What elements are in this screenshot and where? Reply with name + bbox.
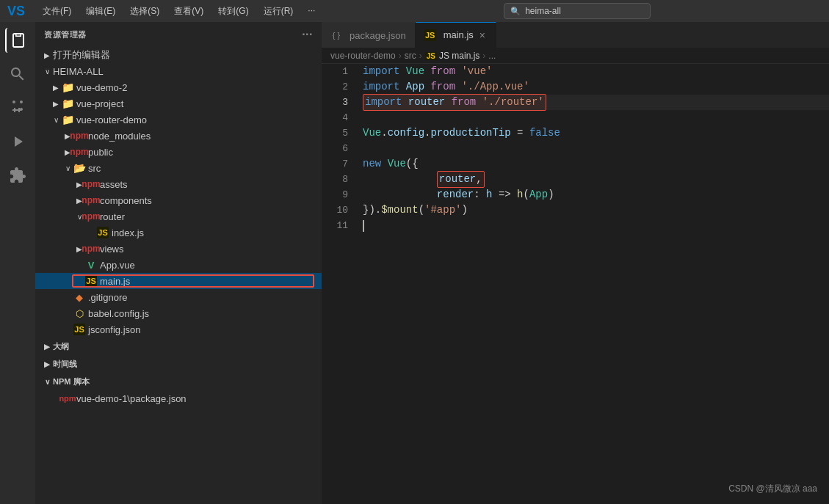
vue-router-demo-label: vue-router-demo xyxy=(76,114,147,125)
npm-folder-icon: npm xyxy=(73,130,85,142)
menu-more[interactable]: ··· xyxy=(302,4,321,19)
kw2-from-2: from xyxy=(430,79,455,95)
root-section[interactable]: ∨ HEIMA-ALL xyxy=(35,63,322,79)
src-arrow: ∨ xyxy=(62,162,73,174)
code-line-2: import App from './App.vue' xyxy=(363,79,829,95)
tree-item-babel[interactable]: ▶ ⬡ babel.config.js xyxy=(35,305,322,321)
kw2-from-3: from xyxy=(452,96,477,108)
main-js-icon: JS xyxy=(85,275,97,287)
var-router-import: router xyxy=(408,96,445,108)
line-num-6: 6 xyxy=(322,141,348,156)
activity-source-control[interactable] xyxy=(5,95,30,120)
folder-icon: 📁 xyxy=(62,81,73,93)
babel-label: babel.config.js xyxy=(88,308,149,319)
npm-item-vue-demo-1[interactable]: npm vue-demo-1\package.json xyxy=(35,390,322,406)
cls-vue: Vue xyxy=(406,64,424,79)
search-text: heima-all xyxy=(525,6,561,16)
activity-search[interactable] xyxy=(5,62,30,87)
line-num-2: 2 xyxy=(322,79,348,95)
breadcrumb-mainjs: JSJS main.js xyxy=(425,51,480,61)
code-line-1: import Vue from 'vue' xyxy=(363,64,829,79)
sidebar: 资源管理器 ··· ▶ 打开的编辑器 ∨ HEIMA-ALL ▶ 📁 vue-d… xyxy=(35,22,322,504)
code-line-6 xyxy=(363,141,829,156)
tab-json-icon: { } xyxy=(330,29,342,41)
babel-icon: ⬡ xyxy=(73,307,85,319)
str-vue: 'vue' xyxy=(461,64,492,79)
tree-item-src[interactable]: ∨ 📂 src xyxy=(35,160,322,176)
tree-item-router[interactable]: ∨ npm router xyxy=(35,208,322,224)
app-vue-label: App.vue xyxy=(100,260,135,271)
open-editors-label: 打开的编辑器 xyxy=(53,48,110,62)
menu-edit[interactable]: 编辑(E) xyxy=(80,4,121,19)
code-line-10: }).$mount('#app') xyxy=(363,202,829,218)
editor-area: { } package.json JS main.js × vue-router… xyxy=(322,22,829,504)
outline-section[interactable]: ▶ 大纲 xyxy=(35,337,322,355)
cls-vue-2: Vue xyxy=(363,125,381,141)
timeline-section[interactable]: ▶ 时间线 xyxy=(35,355,322,373)
sidebar-more[interactable]: ··· xyxy=(302,28,313,41)
code-line-5: Vue.config.productionTip = false xyxy=(363,125,829,141)
tree-item-jsconfig[interactable]: ▶ JS jsconfig.json xyxy=(35,321,322,337)
str-app-id: '#app' xyxy=(424,202,461,218)
npm-folder-icon2: npm xyxy=(73,146,85,158)
search-icon: 🔍 xyxy=(510,7,521,16)
tree-item-vue-demo-2[interactable]: ▶ 📁 vue-demo-2 xyxy=(35,79,322,95)
tree-item-vue-router-demo[interactable]: ∨ 📁 vue-router-demo xyxy=(35,112,322,128)
mount-paren: ( xyxy=(419,202,424,218)
assets-label: assets xyxy=(100,179,128,190)
activity-extensions[interactable] xyxy=(5,163,30,188)
tree-item-main-js[interactable]: ▶ JS main.js xyxy=(35,273,322,289)
menu-goto[interactable]: 转到(G) xyxy=(212,4,254,19)
npm-label: NPM 脚本 xyxy=(53,376,90,387)
activity-explorer[interactable] xyxy=(5,28,30,53)
tree-item-index-js[interactable]: ▶ JS index.js xyxy=(35,224,322,241)
menu-file[interactable]: 文件(F) xyxy=(37,4,77,19)
vue-router-demo-arrow: ∨ xyxy=(50,114,62,125)
assets-folder-icon: npm xyxy=(85,178,97,190)
global-search[interactable]: 🔍 heima-all xyxy=(504,3,651,19)
npm-item-label: vue-demo-1\package.json xyxy=(76,393,187,404)
fn-mount: $mount xyxy=(381,202,418,218)
cls-app: App xyxy=(529,187,548,202)
tab-package-json[interactable]: { } package.json xyxy=(322,22,416,48)
open-editors-arrow: ▶ xyxy=(41,49,53,61)
tree-item-app-vue[interactable]: ▶ V App.vue xyxy=(35,257,322,273)
tree-item-assets[interactable]: ▶ npm assets xyxy=(35,176,322,192)
tree-item-node-modules[interactable]: ▶ npm node_modules xyxy=(35,128,322,144)
npm-section[interactable]: ∨ NPM 脚本 xyxy=(35,373,322,390)
tab-close-main-js[interactable]: × xyxy=(478,29,487,42)
close-paren: }). xyxy=(363,202,381,218)
comma: , xyxy=(476,173,482,185)
op-eq: = xyxy=(517,125,523,141)
menu-bar: 文件(F) 编辑(E) 选择(S) 查看(V) 转到(G) 运行(R) ··· xyxy=(37,4,321,19)
tree-item-views[interactable]: ▶ npm views xyxy=(35,241,322,257)
vscode-logo: VS xyxy=(7,4,25,19)
breadcrumb-sep2: › xyxy=(419,51,422,61)
activity-run[interactable] xyxy=(5,129,30,154)
breadcrumb-sep3: › xyxy=(482,51,485,61)
tab-main-js[interactable]: JS main.js × xyxy=(416,22,496,48)
menu-view[interactable]: 查看(V) xyxy=(168,4,209,19)
tree-item-public[interactable]: ▶ npm public xyxy=(35,144,322,160)
jsconfig-icon: JS xyxy=(73,324,85,335)
open-editors-section[interactable]: ▶ 打开的编辑器 xyxy=(35,47,322,63)
line-num-1: 1 xyxy=(322,64,348,79)
menu-select[interactable]: 选择(S) xyxy=(124,4,165,19)
code-editor: 1 2 3 4 5 6 7 8 9 10 11 import Vue from … xyxy=(322,64,829,504)
breadcrumb-sep1: › xyxy=(399,51,402,61)
router-folder-icon: npm xyxy=(85,211,97,222)
line-num-8: 8 xyxy=(322,172,348,187)
code-line-11 xyxy=(363,218,829,233)
src-label: src xyxy=(88,163,101,174)
menu-run[interactable]: 运行(R) xyxy=(258,4,300,19)
code-line-3: import router from './router' xyxy=(363,95,829,110)
vue-demo-2-arrow: ▶ xyxy=(50,81,62,93)
code-line-9: render: h => h(App) xyxy=(363,187,829,202)
tree-item-vue-project[interactable]: ▶ 📁 vue-project xyxy=(35,95,322,112)
tree-item-gitignore[interactable]: ▶ ◆ .gitignore xyxy=(35,289,322,305)
folder-icon: 📁 xyxy=(62,98,73,109)
vue-project-arrow: ▶ xyxy=(50,98,62,109)
tree-item-components[interactable]: ▶ npm components xyxy=(35,192,322,208)
code-content[interactable]: import Vue from 'vue' import App from '.… xyxy=(357,64,829,504)
activity-bar xyxy=(0,22,35,504)
